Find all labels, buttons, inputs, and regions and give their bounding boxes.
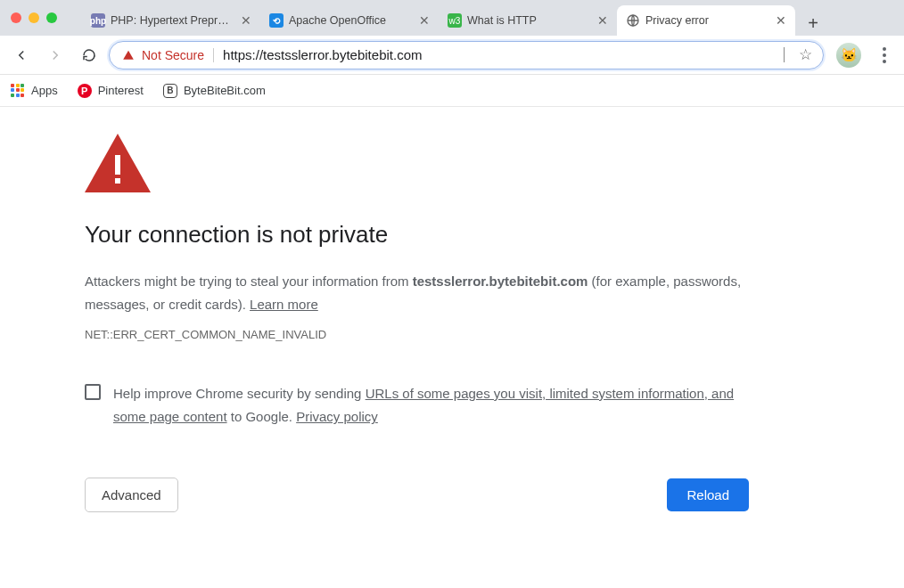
optin-prefix: Help improve Chrome security by sending	[113, 386, 366, 401]
tab-close-button[interactable]: ✕	[774, 13, 788, 28]
window-minimize-button[interactable]	[29, 12, 39, 23]
security-label: Not Secure	[142, 48, 204, 62]
profile-avatar[interactable]: 🐱	[836, 43, 861, 68]
warning-triangle-icon	[122, 49, 135, 61]
forward-button[interactable]	[41, 41, 70, 69]
tab-title: What is HTTP	[467, 14, 590, 27]
tab-close-button[interactable]: ✕	[239, 13, 253, 28]
svg-rect-1	[115, 155, 120, 175]
danger-triangle-icon	[85, 134, 749, 196]
php-icon: php	[91, 13, 105, 28]
back-button[interactable]	[7, 41, 36, 69]
window-controls	[11, 12, 57, 23]
tab-http[interactable]: w3 What is HTTP ✕	[439, 5, 617, 36]
optin-text: Help improve Chrome security by sending …	[113, 382, 749, 429]
optin-checkbox[interactable]	[85, 384, 101, 400]
new-tab-button[interactable]: +	[801, 11, 826, 36]
bookmark-label: Apps	[31, 84, 58, 97]
reload-page-button[interactable]: Reload	[667, 478, 749, 511]
error-code: NET::ERR_CERT_COMMON_NAME_INVALID	[85, 328, 749, 341]
security-indicator[interactable]: Not Secure	[122, 48, 214, 62]
tab-close-button[interactable]: ✕	[417, 13, 431, 28]
bookmark-star-icon[interactable]: ☆	[793, 45, 818, 64]
tabs-container: php PHP: Hypertext Preprocessor ✕ ⟲ Apac…	[82, 0, 904, 36]
tab-strip: php PHP: Hypertext Preprocessor ✕ ⟲ Apac…	[0, 0, 904, 36]
bookmarks-bar: Apps P Pinterest B ByteBiteBit.com	[0, 75, 904, 107]
para-prefix: Attackers might be trying to steal your …	[85, 274, 413, 289]
chrome-menu-button[interactable]	[872, 43, 897, 68]
tab-php[interactable]: php PHP: Hypertext Preprocessor ✕	[82, 5, 260, 36]
optin-middle: to Google.	[227, 409, 297, 424]
tab-privacy-error[interactable]: Privacy error ✕	[617, 5, 795, 36]
advanced-button[interactable]: Advanced	[85, 478, 178, 512]
bookmark-pinterest[interactable]: P Pinterest	[78, 84, 144, 98]
warning-paragraph: Attackers might be trying to steal your …	[85, 270, 749, 315]
url-text: https://testsslerror.bytebitebit.com	[223, 47, 785, 62]
tab-title: Privacy error	[645, 14, 768, 27]
para-domain: testsslerror.bytebitebit.com	[413, 274, 588, 289]
page-heading: Your connection is not private	[85, 221, 749, 249]
bookmark-label: Pinterest	[98, 84, 144, 97]
openoffice-icon: ⟲	[269, 13, 284, 28]
tab-openoffice[interactable]: ⟲ Apache OpenOffice ✕	[260, 5, 439, 36]
tab-title: PHP: Hypertext Preprocessor	[111, 14, 234, 27]
pinterest-icon: P	[78, 84, 92, 98]
privacy-policy-link[interactable]: Privacy policy	[296, 409, 378, 424]
globe-icon	[626, 13, 640, 28]
bookmark-bytebitebit[interactable]: B ByteBiteBit.com	[163, 84, 266, 98]
apps-grid-icon	[11, 84, 25, 98]
tab-close-button[interactable]: ✕	[596, 13, 610, 28]
reload-button[interactable]	[75, 41, 103, 69]
window-zoom-button[interactable]	[46, 12, 57, 23]
address-bar[interactable]: Not Secure https://testsslerror.bytebite…	[109, 41, 824, 69]
apps-shortcut[interactable]: Apps	[11, 84, 58, 98]
http-icon: w3	[448, 13, 462, 28]
learn-more-link[interactable]: Learn more	[250, 297, 318, 312]
bookmark-label: ByteBiteBit.com	[184, 84, 266, 97]
action-row: Advanced Reload	[85, 478, 749, 512]
tab-title: Apache OpenOffice	[289, 14, 412, 27]
optin-row: Help improve Chrome security by sending …	[85, 382, 749, 429]
bytebitebit-icon: B	[163, 84, 177, 98]
toolbar: Not Secure https://testsslerror.bytebite…	[0, 36, 904, 75]
svg-rect-2	[115, 178, 120, 184]
ssl-interstitial: Your connection is not private Attackers…	[0, 107, 749, 512]
window-close-button[interactable]	[11, 12, 21, 23]
